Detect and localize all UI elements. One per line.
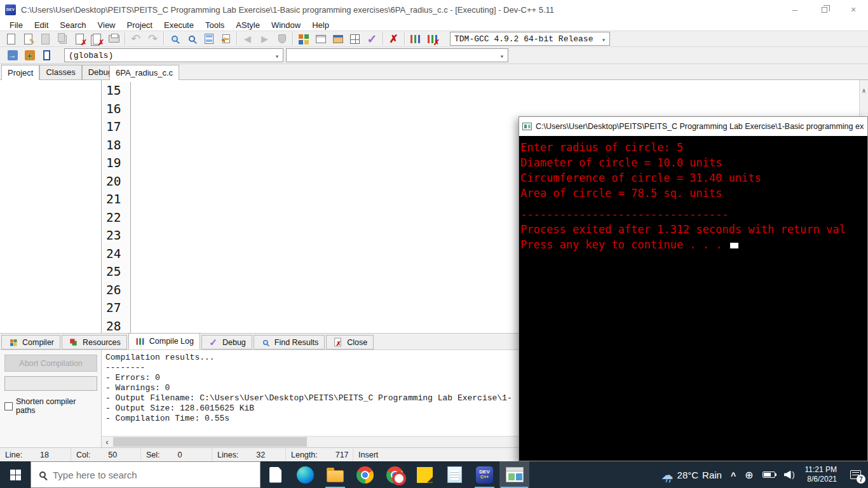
dev-cpp-icon[interactable] [470, 461, 499, 488]
taskbar-clock[interactable]: 11:21 PM 8/6/2021 [799, 465, 843, 484]
undo-icon[interactable] [127, 31, 144, 46]
toolbar-separator[interactable] [123, 31, 127, 46]
profile-icon[interactable] [407, 31, 424, 46]
status-label: Line: [5, 451, 22, 459]
volume-icon[interactable]: ) [780, 461, 799, 488]
compile-icon[interactable] [295, 31, 312, 46]
scroll-left-arrow-icon[interactable]: ‹ [102, 437, 112, 447]
console-title-bar[interactable]: C:\Users\User\Desktop\PEITS\PEITS_C Prog… [519, 117, 867, 137]
new-file-icon[interactable] [3, 31, 20, 46]
tab-compile-log[interactable]: Compile Log [128, 333, 200, 349]
replace-icon[interactable] [183, 31, 200, 46]
goto-bookmark-icon[interactable] [4, 48, 21, 63]
menu-item[interactable]: Tools [200, 19, 230, 30]
goto-declaration-icon[interactable] [273, 31, 290, 46]
chrome-icon[interactable] [350, 461, 380, 488]
abort-compilation-icon[interactable] [385, 31, 402, 46]
run-icon[interactable] [312, 31, 329, 46]
tab-icon [261, 338, 269, 347]
rebuild-all-icon[interactable] [346, 31, 363, 46]
abort-compilation-button[interactable]: Abort Compilation [4, 355, 97, 372]
console-output[interactable]: Enter radius of circle: 5 Diameter of ci… [519, 137, 867, 461]
forward-icon[interactable] [256, 31, 273, 46]
tab-resources[interactable]: Resources [62, 335, 127, 349]
back-icon[interactable] [239, 31, 256, 46]
chrome-badge-icon[interactable] [380, 461, 410, 488]
goto-function-icon[interactable] [200, 31, 217, 46]
console-window-icon[interactable] [499, 461, 529, 488]
restore-button[interactable] [810, 0, 839, 19]
menu-item[interactable]: Window [266, 19, 306, 30]
panel-tab[interactable]: Classes [39, 65, 81, 79]
tab-icon [334, 338, 342, 347]
start-button[interactable] [0, 461, 31, 488]
minimize-button[interactable]: – [780, 0, 810, 19]
redo-icon[interactable] [144, 31, 161, 46]
save-icon[interactable] [37, 31, 54, 46]
menu-item[interactable]: Edit [29, 19, 54, 30]
delete-profiling-icon[interactable] [424, 31, 441, 46]
scrollbar-thumb[interactable] [113, 437, 307, 447]
code-line[interactable] [131, 100, 868, 119]
editor-file-tab[interactable]: 6PA_radius_c.c [109, 65, 179, 80]
rain-cloud-icon: ☁ [661, 469, 674, 481]
save-all-icon[interactable] [54, 31, 71, 46]
no-internet-icon[interactable]: ⊕ [740, 461, 757, 488]
title-bar: DEV C:\Users\User\Desktop\PEITS\PEITS_C … [0, 0, 868, 19]
panel-tab[interactable]: Project [1, 65, 39, 80]
print-icon[interactable] [105, 31, 123, 46]
toolbar-separator[interactable] [381, 31, 385, 46]
status-label: Length: [291, 451, 318, 459]
console-line: -------------------------------- [520, 207, 866, 222]
console-title: C:\Users\User\Desktop\PEITS\PEITS_C Prog… [536, 122, 864, 131]
file-explorer-icon[interactable] [320, 461, 350, 488]
close-file-icon[interactable] [71, 31, 88, 46]
shorten-paths-checkbox[interactable] [4, 402, 13, 410]
toggle-panel-icon[interactable] [38, 48, 55, 63]
document-app-icon[interactable] [261, 461, 290, 488]
menu-item[interactable]: Project [121, 19, 158, 30]
syntax-check-icon[interactable] [363, 31, 381, 46]
close-button[interactable]: × [839, 0, 868, 19]
tab-find-results[interactable]: Find Results [254, 335, 325, 349]
menu-item[interactable]: View [92, 19, 121, 30]
tab-debug[interactable]: Debug [201, 335, 252, 349]
weather-condition: Rain [702, 470, 722, 480]
tab-icon [69, 338, 78, 347]
system-tray: ☁ 28°C Rain ^ ⊕ ) 11:21 PM 8/6/2021 7 [657, 461, 868, 488]
compile-and-run-icon[interactable] [329, 31, 346, 46]
notepad-icon[interactable] [440, 461, 470, 488]
tab-close[interactable]: Close [326, 335, 374, 349]
menu-item[interactable]: AStyle [230, 19, 266, 30]
battery-icon[interactable] [758, 461, 780, 488]
action-center-button[interactable]: 7 [843, 461, 868, 488]
weather-widget[interactable]: ☁ 28°C Rain [657, 461, 726, 488]
menu-item[interactable]: Execute [158, 19, 200, 30]
class-browser-toolbar: (globals) ▾ ▾ [0, 47, 868, 64]
console-line: Circumference of circle = 31.40 units [520, 170, 866, 186]
toolbar-separator[interactable] [161, 31, 166, 46]
menu-item[interactable]: Help [306, 19, 335, 30]
toolbar-separator[interactable] [402, 31, 407, 46]
taskbar-search[interactable] [31, 461, 261, 488]
goto-line-icon[interactable] [217, 31, 234, 46]
members-select[interactable]: ▾ [286, 48, 508, 62]
find-icon[interactable] [166, 31, 183, 46]
close-all-icon[interactable] [88, 31, 105, 46]
menu-item[interactable]: Search [54, 19, 92, 30]
menu-item[interactable]: File [4, 19, 29, 30]
edge-icon[interactable] [290, 461, 320, 488]
toolbar-separator[interactable] [290, 31, 295, 46]
tray-expand-icon[interactable]: ^ [726, 463, 740, 488]
globals-select[interactable]: (globals) ▾ [64, 48, 283, 62]
search-input[interactable] [53, 470, 231, 480]
sticky-notes-icon[interactable] [410, 461, 440, 488]
toolbar-separator[interactable] [234, 31, 239, 46]
tab-compiler[interactable]: Compiler [1, 335, 60, 349]
caption-buttons: – × [780, 0, 868, 19]
line-number: 18 [102, 137, 131, 155]
add-bookmark-icon[interactable] [21, 48, 38, 63]
code-line[interactable]: scanf("%f", &radius); [131, 82, 868, 100]
compiler-select[interactable]: TDM-GCC 4.9.2 64-bit Release ▾ [450, 32, 610, 46]
open-file-icon[interactable] [20, 31, 37, 46]
